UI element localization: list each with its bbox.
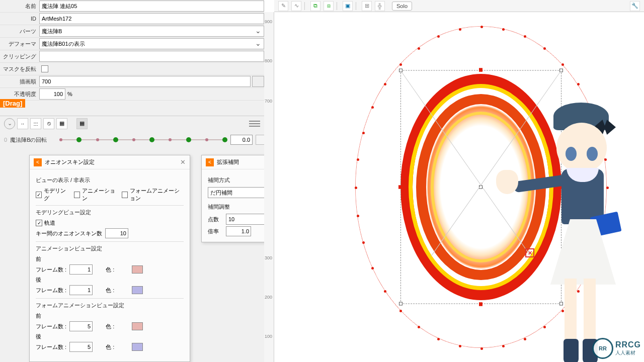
character-model[interactable]	[528, 103, 639, 362]
handle-lc[interactable]	[398, 185, 402, 189]
form-section: フォームアニメーションビュー設定	[36, 302, 184, 309]
back-icon-2[interactable]: <	[206, 158, 214, 166]
deformer-select[interactable]	[39, 38, 264, 49]
parts-select[interactable]	[39, 26, 264, 37]
anim-section: アニメーションビュー設定	[36, 245, 184, 252]
chk-modeling[interactable]: モデリング	[36, 187, 68, 202]
clipping-input[interactable]	[39, 51, 264, 62]
param-tool-1[interactable]: ··	[17, 118, 28, 129]
handle-tl[interactable]	[399, 69, 403, 72]
after-label-2: 後	[36, 333, 184, 340]
param-menu-button[interactable]	[249, 118, 260, 129]
invert-mask-checkbox[interactable]	[41, 65, 48, 72]
solo-button[interactable]: Solo	[392, 2, 412, 11]
deformer-point[interactable]	[418, 47, 420, 50]
tool-lasso-icon[interactable]: ✎	[278, 1, 288, 11]
param-value[interactable]: 0.0	[230, 135, 253, 145]
deformer-point[interactable]	[459, 28, 461, 31]
param-tool-3[interactable]: ⦸	[43, 118, 54, 129]
anim-after-color[interactable]	[132, 286, 143, 294]
deformer-point[interactable]	[384, 290, 386, 293]
deformer-point[interactable]	[459, 345, 461, 347]
deformer-point[interactable]	[355, 187, 357, 189]
color-label-2: 色 :	[106, 287, 129, 294]
opacity-label: 不透明度	[0, 90, 39, 98]
modeling-section: モデリングビュー設定	[36, 209, 184, 216]
ratio-input[interactable]	[226, 226, 251, 236]
chk-animation[interactable]: アニメーション	[74, 187, 116, 202]
deformer-point[interactable]	[371, 267, 374, 269]
tool-green2-icon[interactable]: ⧇	[324, 1, 334, 11]
form-after-color[interactable]	[132, 343, 143, 351]
param-slider[interactable]	[59, 138, 227, 141]
between-input[interactable]	[105, 228, 128, 238]
collapse-button[interactable]: ⌄	[4, 118, 15, 129]
handle-bc[interactable]	[479, 303, 482, 306]
deformer-point[interactable]	[371, 106, 374, 109]
deformer-point[interactable]	[524, 35, 526, 38]
deformer-point[interactable]	[357, 158, 359, 161]
deformer-point[interactable]	[577, 83, 580, 85]
form-before-frames[interactable]	[69, 321, 93, 331]
color-label-4: 色 :	[106, 343, 129, 351]
id-input[interactable]	[39, 13, 264, 24]
param-tool-5[interactable]: ▦	[76, 118, 88, 129]
form-before-color[interactable]	[132, 322, 143, 330]
deformer-point[interactable]	[399, 310, 402, 312]
deformer-point[interactable]	[384, 83, 386, 85]
chk-form-animation[interactable]: フォームアニメーション	[122, 187, 184, 202]
viewport-toolbar: ✎ ∿ ⧉ ⧇ ▣ ⊞ ╬ Solo 🔧	[274, 0, 644, 12]
opacity-input[interactable]	[39, 88, 65, 100]
after-label: 後	[36, 276, 184, 284]
watermark-line1: RRCG	[615, 340, 641, 349]
deformer-point[interactable]	[561, 63, 564, 66]
form-after-frames[interactable]	[69, 342, 93, 352]
deformer-point[interactable]	[437, 35, 440, 38]
param-tool-2[interactable]: :::	[30, 118, 41, 129]
handle-tr[interactable]	[559, 69, 563, 72]
name-input[interactable]	[39, 1, 264, 12]
drag-tag[interactable]: [Drag]	[0, 99, 25, 108]
frames-label-2: フレーム数 :	[36, 287, 66, 294]
clipping-label: クリッピング	[0, 53, 39, 60]
tool-snap-icon[interactable]: ▣	[343, 1, 353, 11]
tool-curve-icon[interactable]: ∿	[291, 1, 301, 11]
deformer-point[interactable]	[437, 338, 440, 340]
deformer-point[interactable]	[362, 241, 365, 244]
anim-after-frames[interactable]	[69, 285, 93, 295]
deformer-point[interactable]	[362, 132, 365, 134]
points-label: 点数	[208, 216, 223, 223]
color-label-3: 色 :	[106, 323, 129, 330]
id-label: ID	[0, 16, 39, 22]
invert-mask-label: マスクを反転	[0, 65, 39, 73]
name-label: 名前	[0, 3, 39, 10]
deformer-point[interactable]	[502, 345, 505, 347]
draw-order-input[interactable]	[39, 76, 251, 87]
anim-before-color[interactable]	[132, 265, 143, 274]
handle-center[interactable]	[479, 185, 482, 189]
close-icon[interactable]: ✕	[180, 158, 186, 166]
deformer-point[interactable]	[480, 26, 483, 28]
anim-before-frames[interactable]	[69, 264, 93, 275]
deformer-point[interactable]	[524, 338, 526, 340]
canvas[interactable]: ✕	[276, 12, 644, 362]
chk-track[interactable]: 軌道	[36, 219, 184, 227]
deformer-point[interactable]	[418, 326, 420, 328]
tool-green-icon[interactable]: ⧉	[310, 1, 320, 11]
deformer-point[interactable]	[357, 215, 359, 217]
draw-order-extra-button[interactable]	[252, 76, 264, 87]
tool-grid-icon[interactable]: ⊞	[362, 1, 372, 11]
back-icon[interactable]: <	[34, 158, 42, 166]
deformer-point[interactable]	[480, 347, 483, 350]
deformer-point[interactable]	[502, 28, 505, 31]
tool-grid2-icon[interactable]: ╬	[375, 1, 385, 11]
handle-bl[interactable]	[399, 302, 403, 306]
before-label: 前	[36, 255, 184, 263]
deformer-point[interactable]	[399, 63, 402, 66]
tool-wrench-icon[interactable]: 🔧	[630, 1, 640, 11]
deformer-point[interactable]	[543, 47, 546, 50]
ruler-vertical: 900 800 700 300 200 100	[264, 12, 274, 362]
ratio-label: 倍率	[208, 228, 223, 235]
param-tool-4[interactable]: ▦	[56, 118, 67, 129]
handle-tc[interactable]	[479, 68, 482, 72]
